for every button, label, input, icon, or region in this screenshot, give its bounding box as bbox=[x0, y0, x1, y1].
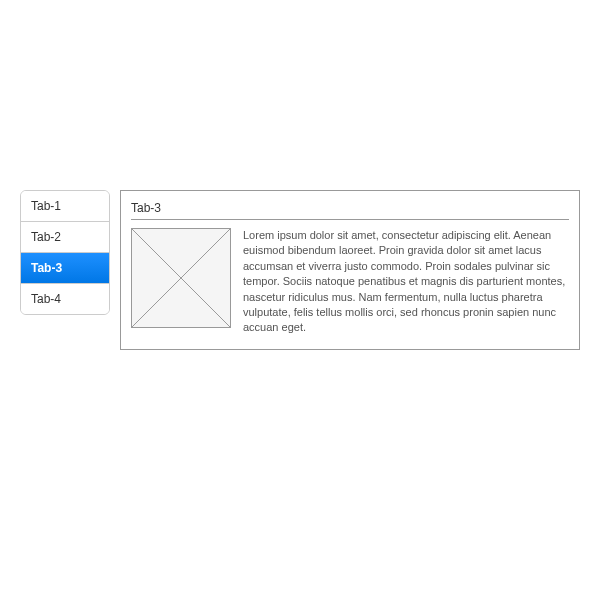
tab-2[interactable]: Tab-2 bbox=[21, 222, 109, 253]
image-placeholder-icon bbox=[131, 228, 231, 328]
panel-title: Tab-3 bbox=[131, 201, 569, 220]
tab-panel: Tab-3 Lorem ipsum dolor sit amet, consec… bbox=[120, 190, 580, 350]
tabs-container: Tab-1 Tab-2 Tab-3 Tab-4 Tab-3 Lorem ipsu… bbox=[0, 0, 600, 350]
tab-list: Tab-1 Tab-2 Tab-3 Tab-4 bbox=[20, 190, 110, 315]
tab-1[interactable]: Tab-1 bbox=[21, 191, 109, 222]
panel-text: Lorem ipsum dolor sit amet, consectetur … bbox=[243, 228, 569, 336]
tab-4[interactable]: Tab-4 bbox=[21, 284, 109, 314]
panel-body: Lorem ipsum dolor sit amet, consectetur … bbox=[131, 228, 569, 336]
tab-3[interactable]: Tab-3 bbox=[21, 253, 109, 284]
